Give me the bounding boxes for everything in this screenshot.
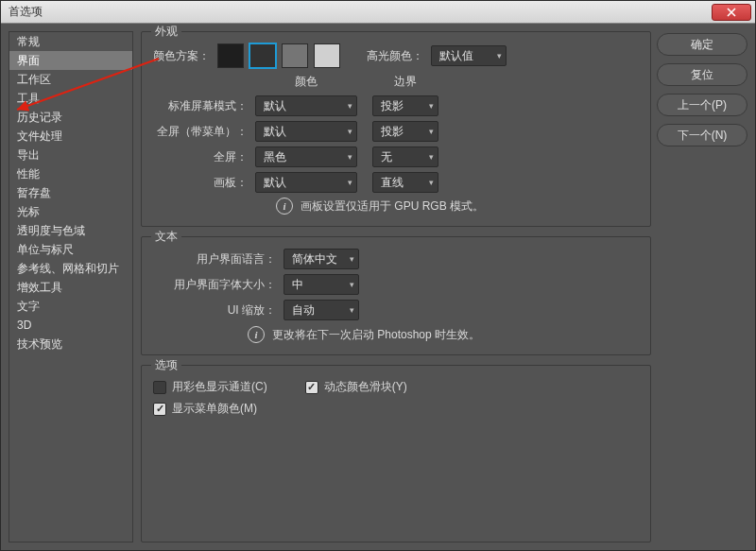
sidebar-item[interactable]: 历史记录 — [9, 108, 132, 127]
checkbox-icon — [153, 403, 166, 416]
ui-lang-label: 用户界面语言： — [153, 251, 276, 267]
highlight-label: 高光颜色： — [367, 48, 423, 64]
checkbox-show-channels[interactable]: 用彩色显示通道(C) — [153, 379, 267, 395]
border-select[interactable]: 投影▾ — [372, 121, 438, 142]
sidebar-item[interactable]: 工作区 — [9, 70, 132, 89]
dialog-body: 常规界面工作区工具历史记录文件处理导出性能暂存盘光标透明度与色域单位与标尺参考线… — [1, 24, 755, 550]
ok-button[interactable]: 确定 — [657, 33, 747, 56]
sidebar-item[interactable]: 增效工具 — [9, 278, 132, 297]
font-size-select[interactable]: 中▾ — [284, 274, 359, 295]
chevron-down-icon: ▾ — [429, 101, 434, 111]
chevron-down-icon: ▾ — [350, 305, 354, 315]
titlebar: 首选项 — [1, 1, 755, 24]
mode-label: 全屏： — [153, 149, 248, 165]
border-select[interactable]: 直线▾ — [372, 172, 438, 193]
sidebar-item[interactable]: 界面 — [9, 51, 132, 70]
sidebar-item[interactable]: 文字 — [9, 297, 132, 316]
color-swatch[interactable] — [217, 43, 244, 68]
sidebar-item[interactable]: 常规 — [9, 32, 132, 51]
chevron-down-icon: ▾ — [429, 127, 434, 136]
panels: 外观 颜色方案： 高光颜色： 默认值▾ 颜色 边界 标准屏 — [141, 31, 651, 542]
color-select[interactable]: 黑色▾ — [255, 146, 357, 167]
options-legend: 选项 — [151, 357, 181, 373]
ui-lang-select[interactable]: 简体中文▾ — [284, 249, 359, 269]
sidebar-item[interactable]: 3D — [9, 316, 132, 335]
border-select[interactable]: 投影▾ — [372, 95, 438, 116]
color-select[interactable]: 默认▾ — [255, 95, 357, 116]
info-icon: i — [248, 326, 265, 343]
color-scheme-label: 颜色方案： — [153, 48, 210, 64]
text-legend: 文本 — [151, 229, 181, 245]
close-button[interactable] — [712, 4, 751, 21]
chevron-down-icon: ▾ — [348, 127, 352, 136]
chevron-down-icon: ▾ — [429, 152, 434, 162]
sidebar-item[interactable]: 单位与标尺 — [9, 240, 132, 259]
color-swatch[interactable] — [314, 43, 340, 68]
font-size-label: 用户界面字体大小： — [153, 277, 276, 293]
sidebar-item[interactable]: 性能 — [9, 164, 132, 183]
chevron-down-icon: ▾ — [348, 101, 352, 111]
color-select[interactable]: 默认▾ — [255, 172, 357, 193]
sidebar: 常规界面工作区工具历史记录文件处理导出性能暂存盘光标透明度与色域单位与标尺参考线… — [9, 31, 133, 542]
appearance-group: 外观 颜色方案： 高光颜色： 默认值▾ 颜色 边界 标准屏 — [141, 31, 651, 227]
chevron-down-icon: ▾ — [348, 152, 352, 162]
sidebar-item[interactable]: 暂存盘 — [9, 183, 132, 202]
ui-scale-select[interactable]: 自动▾ — [284, 300, 359, 320]
col-header-color: 颜色 — [255, 74, 357, 90]
sidebar-item[interactable]: 参考线、网格和切片 — [9, 259, 132, 278]
color-swatches — [217, 43, 340, 68]
chevron-down-icon: ▾ — [350, 254, 354, 264]
color-select[interactable]: 默认▾ — [255, 121, 357, 142]
window-title: 首选项 — [9, 4, 43, 20]
appearance-info: 画板设置仅适用于 GPU RGB 模式。 — [301, 198, 484, 215]
chevron-down-icon: ▾ — [497, 51, 502, 60]
reset-button[interactable]: 复位 — [657, 63, 747, 86]
highlight-value: 默认值 — [439, 48, 473, 64]
highlight-select[interactable]: 默认值▾ — [431, 45, 507, 66]
checkbox-dynamic-sliders[interactable]: 动态颜色滑块(Y) — [305, 379, 407, 395]
close-icon — [727, 8, 736, 17]
preferences-window: 首选项 常规界面工作区工具历史记录文件处理导出性能暂存盘光标透明度与色域单位与标… — [0, 0, 756, 551]
text-group: 文本 用户界面语言： 简体中文▾ 用户界面字体大小： 中▾ UI 缩放： 自动▾ — [141, 236, 651, 355]
chevron-down-icon: ▾ — [350, 280, 354, 289]
ui-scale-label: UI 缩放： — [153, 302, 276, 319]
mode-label: 全屏（带菜单）： — [153, 124, 248, 140]
mode-label: 画板： — [153, 175, 248, 191]
color-swatch[interactable] — [249, 43, 276, 68]
sidebar-item[interactable]: 文件处理 — [9, 127, 132, 146]
col-header-border: 边界 — [372, 74, 438, 90]
dialog-buttons: 确定 复位 上一个(P) 下一个(N) — [657, 31, 747, 542]
main-area: 外观 颜色方案： 高光颜色： 默认值▾ 颜色 边界 标准屏 — [141, 31, 755, 542]
mode-label: 标准屏幕模式： — [153, 98, 248, 114]
checkbox-icon — [153, 381, 166, 394]
sidebar-item[interactable]: 导出 — [9, 146, 132, 164]
sidebar-item[interactable]: 透明度与色域 — [9, 221, 132, 240]
color-swatch[interactable] — [282, 43, 308, 68]
sidebar-item[interactable]: 工具 — [9, 89, 132, 108]
info-icon: i — [276, 198, 293, 215]
prev-button[interactable]: 上一个(P) — [657, 94, 747, 116]
sidebar-item[interactable]: 光标 — [9, 202, 132, 221]
text-info: 更改将在下一次启动 Photoshop 时生效。 — [272, 327, 480, 343]
chevron-down-icon: ▾ — [348, 178, 352, 187]
checkbox-icon — [305, 381, 318, 394]
options-group: 选项 用彩色显示通道(C) 显示菜单颜色(M) — [141, 365, 651, 542]
next-button[interactable]: 下一个(N) — [657, 124, 747, 146]
appearance-legend: 外观 — [151, 24, 181, 40]
sidebar-item[interactable]: 技术预览 — [9, 335, 132, 353]
checkbox-show-menu-colors[interactable]: 显示菜单颜色(M) — [153, 401, 267, 417]
border-select[interactable]: 无▾ — [372, 146, 438, 167]
chevron-down-icon: ▾ — [429, 178, 434, 187]
